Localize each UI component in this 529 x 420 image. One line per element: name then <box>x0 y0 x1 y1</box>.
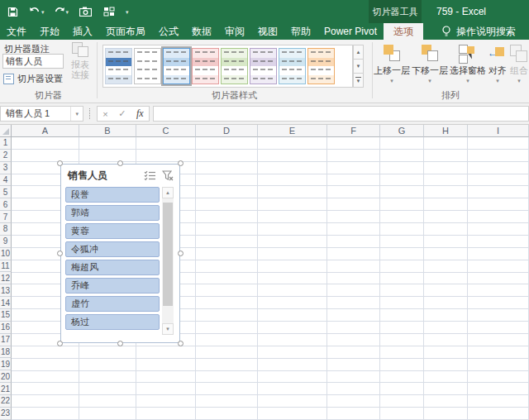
chevron-down-icon[interactable]: ▾ <box>466 78 469 84</box>
scrollbar-thumb[interactable] <box>163 203 173 306</box>
gallery-more-icon[interactable]: ▼ <box>353 74 364 88</box>
row-header[interactable]: 16 <box>0 322 12 334</box>
ribbon-tab[interactable]: 开始 <box>33 23 66 40</box>
selection-handle[interactable] <box>57 160 63 166</box>
row-header[interactable]: 6 <box>0 198 12 211</box>
selection-handle[interactable] <box>117 341 123 346</box>
slicer-style-thumbnail[interactable] <box>163 48 190 84</box>
row-header[interactable]: 23 <box>0 408 12 420</box>
slicer-item[interactable]: 令狐冲 <box>65 241 160 257</box>
row-header[interactable]: 7 <box>0 211 12 223</box>
row-header[interactable]: 13 <box>0 284 12 297</box>
row-header[interactable]: 21 <box>0 383 12 395</box>
selection-handle[interactable] <box>117 160 123 166</box>
gallery-down-icon[interactable]: ▼ <box>353 60 364 74</box>
arrange-button[interactable]: 对齐 ▾ <box>488 41 508 89</box>
ribbon-tab[interactable]: Power Pivot <box>317 23 384 40</box>
selection-handle[interactable] <box>178 160 183 166</box>
column-header[interactable]: B <box>79 125 136 137</box>
report-connections-button[interactable]: 报表 连接 <box>66 42 94 79</box>
column-header[interactable]: F <box>327 125 380 137</box>
row-header[interactable]: 3 <box>0 162 12 174</box>
chevron-down-icon[interactable]: ▾ <box>428 78 431 84</box>
slicer-settings-button[interactable]: 切片器设置 <box>3 72 63 85</box>
slicer-style-thumbnail[interactable] <box>192 48 219 84</box>
redo-caret-icon[interactable]: ▾ <box>66 9 69 15</box>
ribbon-tab[interactable]: 插入 <box>66 23 99 40</box>
column-header[interactable]: G <box>380 125 424 137</box>
customize-qat-caret-icon[interactable]: ▾ <box>126 9 129 15</box>
formula-input[interactable] <box>153 106 529 122</box>
row-header[interactable]: 22 <box>0 395 12 408</box>
undo-button[interactable]: ▾ <box>29 7 45 17</box>
slicer-style-thumbnail[interactable] <box>307 48 335 84</box>
arrange-button[interactable]: 选择窗格 ▾ <box>450 41 486 89</box>
chevron-down-icon[interactable]: ▾ <box>390 78 393 84</box>
name-box[interactable]: 销售人员 1 ▾ <box>0 106 83 122</box>
insert-function-icon[interactable]: fx <box>136 107 144 120</box>
slicer-item[interactable]: 郭靖 <box>65 205 160 221</box>
cancel-icon[interactable]: × <box>102 109 107 119</box>
selection-handle[interactable] <box>57 251 63 256</box>
slicer-style-thumbnail[interactable] <box>221 48 248 84</box>
row-header[interactable]: 11 <box>0 260 12 273</box>
slicer-style-thumbnail[interactable] <box>134 48 161 84</box>
chevron-down-icon[interactable]: ▾ <box>517 78 521 84</box>
row-header[interactable]: 10 <box>0 248 12 260</box>
selection-handle[interactable] <box>178 341 183 346</box>
selection-handle[interactable] <box>178 251 183 256</box>
scroll-down-icon[interactable]: ▼ <box>162 323 174 335</box>
row-header[interactable]: 20 <box>0 370 12 383</box>
slicer-item[interactable]: 梅超风 <box>65 260 160 275</box>
slicer-sales-person[interactable]: 销售人员 段誉郭靖黄蓉令狐冲梅超风乔峰虚竹杨过 ▲ ▼ <box>60 164 180 343</box>
arrange-button[interactable]: 上移一层 ▾ <box>374 41 410 89</box>
camera-icon[interactable] <box>78 3 93 20</box>
column-header[interactable]: A <box>12 125 79 137</box>
scrollbar-track[interactable] <box>162 198 174 323</box>
row-header[interactable]: 9 <box>0 236 12 248</box>
enter-icon[interactable]: ✓ <box>118 108 126 119</box>
slicer-item[interactable]: 黄蓉 <box>65 223 160 239</box>
row-header[interactable]: 5 <box>0 186 12 198</box>
clear-filter-icon[interactable] <box>162 170 174 181</box>
switch-windows-icon[interactable] <box>102 3 117 20</box>
row-header[interactable]: 14 <box>0 297 12 309</box>
tell-me-search[interactable]: 操作说明搜索 <box>441 23 516 40</box>
column-header[interactable]: C <box>136 125 196 137</box>
formula-bar-divider[interactable] <box>89 108 90 119</box>
slicer-item[interactable]: 虚竹 <box>65 296 160 312</box>
row-header[interactable]: 2 <box>0 150 12 162</box>
ribbon-tab[interactable]: 审阅 <box>218 23 251 40</box>
ribbon-tab[interactable]: 数据 <box>185 23 218 40</box>
ribbon-tab[interactable]: 帮助 <box>284 23 317 40</box>
redo-button[interactable]: ▾ <box>54 7 69 17</box>
undo-caret-icon[interactable]: ▾ <box>41 9 45 15</box>
row-header[interactable]: 15 <box>0 309 12 322</box>
row-header[interactable]: 8 <box>0 223 12 236</box>
row-header[interactable]: 19 <box>0 358 12 370</box>
column-header[interactable]: D <box>196 125 258 137</box>
arrange-button[interactable]: 组合 ▾ <box>509 41 529 89</box>
tab-options-selected[interactable]: 选项 <box>384 23 423 40</box>
selection-handle[interactable] <box>57 341 63 346</box>
scroll-up-icon[interactable]: ▲ <box>162 187 174 198</box>
slicer-item[interactable]: 杨过 <box>65 314 160 330</box>
slicer-item[interactable]: 乔峰 <box>65 278 160 294</box>
row-header[interactable]: 12 <box>0 272 12 284</box>
chevron-down-icon[interactable]: ▾ <box>496 78 499 84</box>
row-header[interactable]: 18 <box>0 346 12 359</box>
slicer-item[interactable]: 段誉 <box>65 187 160 203</box>
ribbon-tab[interactable]: 视图 <box>251 23 284 40</box>
ribbon-tab[interactable]: 页面布局 <box>99 23 152 40</box>
arrange-button[interactable]: 下移一层 ▾ <box>412 41 448 89</box>
slicer-style-thumbnail[interactable] <box>279 48 306 84</box>
row-header[interactable]: 17 <box>0 334 12 346</box>
row-header[interactable]: 1 <box>0 137 12 150</box>
slicer-style-thumbnail[interactable] <box>105 48 132 84</box>
slicer-caption-input[interactable] <box>2 54 64 69</box>
multi-select-icon[interactable] <box>144 170 156 181</box>
ribbon-tab[interactable]: 公式 <box>152 23 185 40</box>
slicer-style-thumbnail[interactable] <box>250 48 277 84</box>
name-box-caret-icon[interactable]: ▾ <box>70 107 83 121</box>
select-all-corner[interactable] <box>0 125 12 137</box>
